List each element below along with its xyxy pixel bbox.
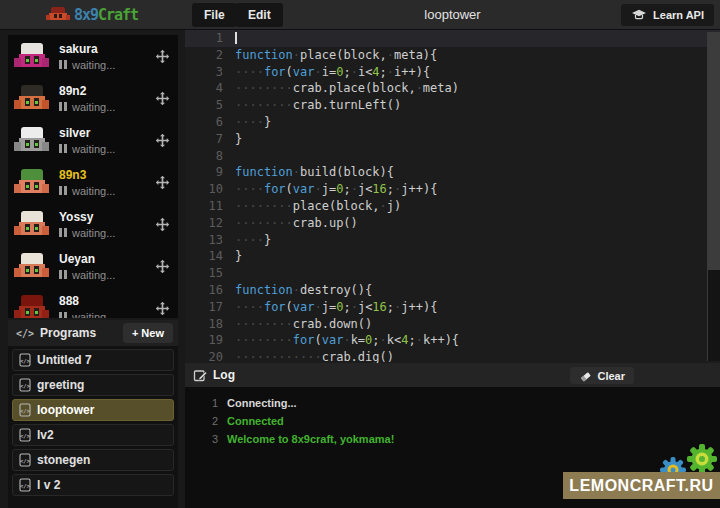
editor-line[interactable]: 5········crab.turnLeft()	[185, 97, 720, 114]
pause-icon	[59, 270, 67, 279]
player-status-text: waiting...	[72, 59, 115, 71]
logo-text: 8x9Craft	[74, 6, 138, 24]
code-content: ············crab.dig()	[235, 349, 394, 363]
avatar-claw	[14, 184, 21, 193]
pause-icon	[59, 312, 67, 318]
avatar-eye	[25, 182, 30, 190]
avatar-eye	[34, 56, 39, 64]
line-number: 20	[185, 349, 235, 363]
program-item[interactable]: </> l v 2	[12, 474, 174, 496]
code-content: }	[235, 248, 242, 265]
svg-text:</>: </>	[20, 483, 31, 489]
move-icon[interactable]	[155, 133, 170, 148]
log-edit-icon	[193, 368, 207, 382]
editor-line[interactable]: 20············crab.dig()	[185, 349, 720, 363]
avatar-claw	[14, 58, 21, 67]
code-content: ········crab.turnLeft()	[235, 97, 401, 114]
program-name: stonegen	[37, 453, 90, 467]
player-status: waiting...	[59, 227, 155, 239]
green-gear	[687, 444, 717, 474]
editor-line[interactable]: 16function·destroy(){	[185, 282, 720, 299]
avatar-eye	[34, 98, 39, 106]
code-editor[interactable]: 12function·place(block,·meta){3····for(v…	[185, 30, 720, 363]
player-row[interactable]: Ueyan waiting...	[8, 245, 178, 287]
code-content: }	[235, 131, 242, 148]
avatar-claw	[42, 58, 49, 67]
line-number: 12	[185, 215, 235, 232]
code-content	[235, 30, 237, 47]
editor-line[interactable]: 12········crab.up()	[185, 215, 720, 232]
programs-header: </> Programs + New	[8, 320, 178, 346]
log-line-text: Connected	[227, 412, 284, 430]
program-item[interactable]: </> looptower	[12, 399, 174, 421]
move-icon[interactable]	[155, 217, 170, 232]
avatar-claw	[42, 226, 49, 235]
player-row[interactable]: 89n2 waiting...	[8, 77, 178, 119]
code-content: function·place(block,·meta){	[235, 47, 437, 64]
editor-line[interactable]: 1	[185, 30, 720, 47]
editor-line[interactable]: 14}	[185, 248, 720, 265]
player-name: Ueyan	[59, 252, 155, 267]
player-status: waiting...	[59, 59, 155, 71]
move-icon[interactable]	[155, 259, 170, 274]
editor-line[interactable]: 15	[185, 265, 720, 282]
app-logo: 8x9Craft	[0, 0, 185, 30]
program-name: lv2	[37, 428, 54, 442]
scrollbar-thumb[interactable]	[708, 32, 720, 270]
player-row[interactable]: sakura waiting...	[8, 35, 178, 77]
player-row[interactable]: Yossy waiting...	[8, 203, 178, 245]
editor-line[interactable]: 4········crab.place(block,·meta)	[185, 80, 720, 97]
editor-line[interactable]: 7}	[185, 131, 720, 148]
editor-line[interactable]: 17····for(var·j=0;·j<16;·j++){	[185, 299, 720, 316]
pause-icon	[59, 60, 67, 69]
editor-line[interactable]: 11········place(block,·j)	[185, 198, 720, 215]
code-content: ····for(var·i=0;·i<4;·i++){	[235, 64, 430, 81]
editor-line[interactable]: 18········crab.down()	[185, 316, 720, 333]
editor-line[interactable]: 8	[185, 148, 720, 165]
editor-line[interactable]: 19········for(var·k=0;·k<4;·k++){	[185, 332, 720, 349]
program-item[interactable]: </> stonegen	[12, 449, 174, 471]
player-row[interactable]: 89n3 waiting...	[8, 161, 178, 203]
editor-scrollbar[interactable]	[707, 32, 720, 361]
move-icon[interactable]	[155, 49, 170, 64]
player-status-text: waiting...	[72, 143, 115, 155]
text-cursor	[235, 32, 237, 44]
player-row[interactable]: silver waiting...	[8, 119, 178, 161]
program-item[interactable]: </> lv2	[12, 424, 174, 446]
program-item[interactable]: </> greeting	[12, 374, 174, 396]
learn-api-button[interactable]: Learn API	[621, 4, 714, 26]
crab-avatar	[14, 251, 50, 281]
top-bar: 8x9Craft File Edit looptower Learn API	[0, 0, 720, 30]
editor-line[interactable]: 2function·place(block,·meta){	[185, 47, 720, 64]
program-file-icon: </>	[19, 353, 31, 367]
move-icon[interactable]	[155, 91, 170, 106]
line-number: 1	[185, 30, 235, 47]
avatar-eye	[34, 308, 39, 316]
line-number: 3	[185, 64, 235, 81]
code-content: ········for(var·k=0;·k<4;·k++){	[235, 332, 459, 349]
line-number: 5	[185, 97, 235, 114]
player-status: waiting...	[59, 101, 155, 113]
crab-logo-icon	[47, 7, 69, 23]
editor-line[interactable]: 13····}	[185, 232, 720, 249]
log-line-number: 2	[185, 412, 218, 430]
new-program-button[interactable]: + New	[123, 323, 173, 343]
move-icon[interactable]	[155, 175, 170, 190]
program-item[interactable]: </> Untitled 7	[12, 349, 174, 371]
clear-log-button[interactable]: Clear	[570, 367, 634, 384]
player-row[interactable]: 888 waiting...	[8, 287, 178, 318]
move-icon[interactable]	[155, 301, 170, 316]
code-content: ····for(var·j=0;·j<16;·j++){	[235, 181, 437, 198]
line-number: 6	[185, 114, 235, 131]
line-number: 8	[185, 148, 235, 165]
crab-avatar	[14, 167, 50, 197]
editor-line[interactable]: 10····for(var·j=0;·j<16;·j++){	[185, 181, 720, 198]
avatar-claw	[42, 184, 49, 193]
code-content: ········crab.place(block,·meta)	[235, 80, 459, 97]
editor-line[interactable]: 9function·build(block){	[185, 164, 720, 181]
log-entry: 1 Connecting...	[185, 394, 720, 412]
log-entry: 2 Connected	[185, 412, 720, 430]
log-line-number: 3	[185, 430, 218, 448]
editor-line[interactable]: 3····for(var·i=0;·i<4;·i++){	[185, 64, 720, 81]
editor-line[interactable]: 6····}	[185, 114, 720, 131]
